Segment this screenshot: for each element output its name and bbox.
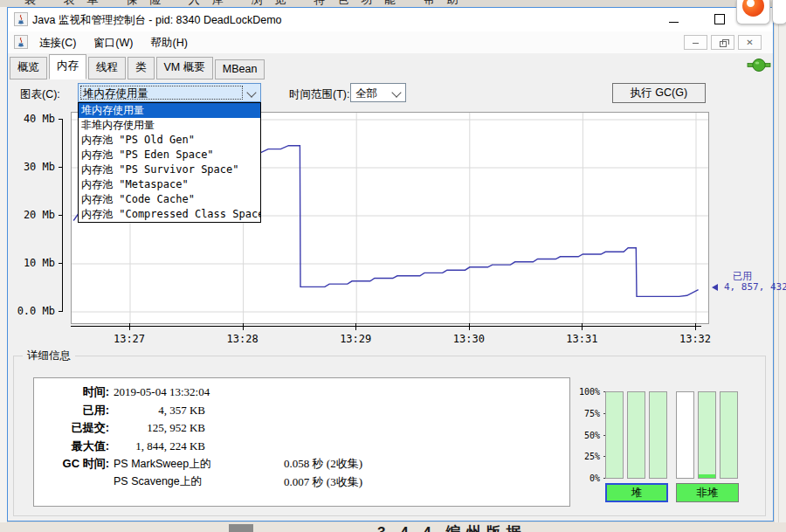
dropdown-item[interactable]: 内存池 "Metaspace" bbox=[79, 177, 260, 192]
chart-combo-value: 堆内存使用量 bbox=[83, 86, 148, 101]
browser-logo-icon bbox=[742, 0, 764, 17]
x-tick-mark bbox=[695, 323, 696, 330]
detail-row-committed: 已提交: 125, 952 KB bbox=[34, 419, 569, 438]
connection-status-icon bbox=[747, 58, 771, 73]
menu-item[interactable]: 连接(C) bbox=[34, 36, 81, 51]
gc-collector-value: 0.058 秒 (2收集) bbox=[249, 456, 362, 472]
browser-icon-card-2[interactable] bbox=[772, 0, 786, 24]
gc-collector-name: PS Scavenge上的 bbox=[114, 474, 249, 489]
x-tick-label: 13:31 bbox=[562, 333, 601, 345]
chart-type-combobox[interactable]: 堆内存使用量 bbox=[78, 83, 261, 102]
x-tick-label: 13:28 bbox=[224, 333, 262, 345]
menu-bar-items: 连接(C)窗口(W)帮助(H) bbox=[34, 36, 200, 51]
bar-fill bbox=[628, 392, 645, 478]
detail-row-time: 时间: 2019-05-04 13:32:04 bbox=[34, 383, 569, 402]
gc-collector-value: 0.007 秒 (3收集) bbox=[249, 474, 362, 490]
x-tick-mark bbox=[243, 323, 244, 330]
heap-pool-bar bbox=[605, 391, 624, 479]
detail-label: 已提交: bbox=[34, 420, 109, 436]
heap-pool-bar bbox=[649, 391, 667, 479]
details-panel: 时间: 2019-05-04 13:32:04 已用: 4, 357 KB 已提… bbox=[33, 377, 570, 507]
dropdown-item[interactable]: 内存池 "PS Eden Space" bbox=[79, 148, 260, 162]
background-document-fragment: 3.4.4 编州版据 bbox=[377, 522, 527, 532]
gauge-percent-label: 50% bbox=[574, 431, 600, 440]
bar-fill bbox=[720, 392, 737, 478]
title-bar: Java 监视和管理控制台 - pid: 8340 DeadLockDemo bbox=[8, 8, 773, 31]
x-tick-mark bbox=[582, 323, 583, 330]
bar-fill bbox=[699, 392, 715, 478]
chart-combo-label: 图表(C): bbox=[20, 87, 60, 102]
y-tick-mark bbox=[59, 263, 63, 264]
detail-label: 最大值: bbox=[34, 439, 109, 454]
x-tick-mark bbox=[469, 323, 470, 330]
tab-MBean[interactable]: MBean bbox=[215, 59, 265, 79]
chart-type-dropdown-list: 堆内存使用量非堆内存使用量内存池 "PS Old Gen"内存池 "PS Ede… bbox=[78, 102, 261, 223]
y-tick-label: 30 Mb bbox=[8, 161, 55, 173]
frame-restore-button[interactable] bbox=[711, 35, 734, 50]
time-range-combobox[interactable]: 全部 bbox=[350, 83, 406, 102]
tab-线程[interactable]: 线程 bbox=[88, 57, 126, 79]
y-tick-label: 20 Mb bbox=[8, 209, 55, 221]
tab-items: 概览内存线程类VM 概要MBean bbox=[8, 53, 265, 79]
bar-fill bbox=[606, 392, 623, 478]
window-maximize-button[interactable] bbox=[707, 11, 733, 27]
chart-x-axis-line bbox=[71, 326, 701, 327]
legend-series-value: 4, 857, 432 bbox=[724, 281, 786, 293]
menu-bar: 连接(C)窗口(W)帮助(H) ✕ bbox=[8, 31, 773, 54]
dropdown-item[interactable]: 内存池 "PS Old Gen" bbox=[79, 133, 260, 148]
dropdown-item[interactable]: 内存池 "Code Cache" bbox=[79, 192, 260, 207]
y-tick-mark bbox=[59, 311, 63, 312]
nonheap-gauge-button[interactable]: 非堆 bbox=[676, 483, 739, 502]
background-bottom-strip: 3.4.4 编州版据 bbox=[0, 522, 786, 532]
menu-item[interactable]: 窗口(W) bbox=[88, 36, 138, 51]
java-menu-icon bbox=[14, 35, 28, 49]
gc-collector-name: PS MarkSweep上的 bbox=[114, 457, 249, 472]
dropdown-item[interactable]: 内存池 "PS Survivor Space" bbox=[79, 162, 260, 177]
detail-row-gc-scavenge: PS Scavenge上的 0.007 秒 (3收集) bbox=[34, 473, 569, 492]
frame-restore-icon bbox=[720, 41, 727, 47]
dropdown-item[interactable]: 堆内存使用量 bbox=[79, 103, 260, 118]
detail-label: 已用: bbox=[34, 403, 109, 418]
screen: 装 表单 保险 入库 浏览 特色功能 帮助 3.4.4 编州版据 Java 监视… bbox=[0, 0, 786, 532]
window-minimize-button[interactable] bbox=[660, 11, 686, 27]
nonheap-pool-bar bbox=[698, 391, 716, 479]
detail-row-used: 已用: 4, 357 KB bbox=[34, 402, 569, 420]
range-combo-value: 全部 bbox=[355, 86, 377, 101]
background-right-strip bbox=[775, 7, 786, 522]
chevron-down-icon bbox=[246, 87, 256, 97]
minimize-icon bbox=[669, 22, 679, 23]
browser-icon-card[interactable] bbox=[736, 0, 770, 24]
detail-value: 1, 844, 224 KB bbox=[109, 439, 205, 453]
chevron-down-icon bbox=[391, 87, 401, 97]
frame-minimize-icon bbox=[693, 43, 699, 44]
gauge-percent-label: 0% bbox=[574, 473, 600, 483]
heap-gauge-button[interactable]: 堆 bbox=[605, 483, 668, 502]
java-logo-icon bbox=[14, 12, 28, 26]
tab-类[interactable]: 类 bbox=[128, 57, 155, 79]
detail-value: 2019-05-04 13:32:04 bbox=[114, 385, 210, 399]
background-menu-fragment: 装 表单 保险 入库 浏览 特色功能 帮助 bbox=[24, 0, 471, 7]
tab-概览[interactable]: 概览 bbox=[10, 57, 47, 79]
frame-minimize-button[interactable] bbox=[684, 35, 707, 50]
dropdown-item[interactable]: 内存池 "Compressed Class Space" bbox=[79, 207, 260, 222]
x-tick-label: 13:30 bbox=[450, 333, 488, 345]
frame-close-button[interactable]: ✕ bbox=[738, 35, 762, 50]
detail-label: 时间: bbox=[34, 384, 109, 400]
nonheap-pool-bar bbox=[720, 391, 738, 479]
nonheap-pool-bar bbox=[676, 391, 694, 479]
detail-value: 4, 357 KB bbox=[109, 404, 205, 418]
bar-fill bbox=[650, 392, 666, 478]
tab-VM 概要[interactable]: VM 概要 bbox=[156, 57, 213, 79]
x-tick-mark bbox=[355, 323, 356, 330]
detail-value: 125, 952 KB bbox=[109, 421, 205, 435]
tab-内存[interactable]: 内存 bbox=[49, 54, 86, 79]
y-tick-label: 0.0 Mb bbox=[8, 305, 55, 317]
perform-gc-button[interactable]: 执行 GC(G) bbox=[612, 83, 706, 103]
dropdown-item[interactable]: 非堆内存使用量 bbox=[79, 118, 260, 133]
y-tick-mark bbox=[59, 167, 63, 168]
y-tick-mark bbox=[59, 119, 63, 120]
menu-item[interactable]: 帮助(H) bbox=[145, 36, 192, 51]
details-group-title: 详细信息 bbox=[23, 349, 75, 363]
detail-row-gc-marksweep: GC 时间: PS MarkSweep上的 0.058 秒 (2收集) bbox=[34, 455, 569, 473]
detail-row-max: 最大值: 1, 844, 224 KB bbox=[34, 438, 569, 456]
